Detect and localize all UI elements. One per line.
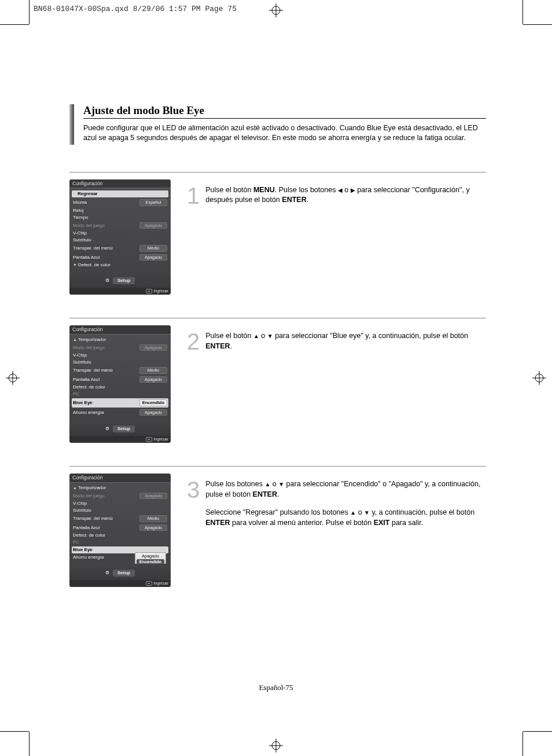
- popup-option-apagado: Apagado: [137, 553, 164, 559]
- osd-item-ahorro: Ahorro energía: [73, 555, 104, 560]
- osd-footer: ⚙ Setup: [69, 271, 171, 288]
- osd-value-modo-juego: Apagado: [139, 344, 167, 351]
- osd-item-ahorro: Ahorro energía: [73, 410, 104, 415]
- registration-mark-icon: [269, 3, 283, 17]
- osd-value-pantalla-azul: Apagado: [139, 254, 167, 261]
- crop-mark: [522, 732, 523, 756]
- osd-screenshot-3: Configuración ▲Temporizador Modo del jue…: [69, 474, 171, 587]
- crop-mark: [523, 24, 552, 25]
- enter-icon: ↵: [146, 581, 152, 586]
- osd-item-tiempo: Tiempo: [73, 215, 88, 220]
- step-text-3: Pulse los botones ▲ o ▼ para seleccionar…: [205, 479, 486, 587]
- osd-item-pantalla-azul: Pantalla Azul: [73, 526, 100, 530]
- page-footer: Español-75: [259, 683, 293, 692]
- osd-hint: ↵Ingresar: [69, 580, 171, 587]
- down-arrow-icon: ▼: [267, 332, 273, 340]
- osd-item-pantalla-azul: Pantalla Azul: [73, 255, 100, 260]
- osd-item-temporizador: ▲Temporizador: [73, 486, 106, 490]
- osd-footer: ⚙ Setup: [69, 564, 171, 580]
- osd-screenshot-1: Configuración ↵Regresar IdiomaEspañol Re…: [69, 179, 171, 295]
- osd-value-transpar: Medio: [139, 367, 167, 374]
- crop-mark: [29, 732, 30, 756]
- right-arrow-icon: ▶: [351, 186, 355, 194]
- osd-hint: ↵Ingresar: [69, 436, 171, 443]
- registration-mark-icon: [532, 371, 546, 385]
- step-text-1: Pulse el botón MENU. Pulse los botones ◀…: [205, 185, 486, 295]
- osd-item-pantalla-azul: Pantalla Azul: [73, 377, 100, 382]
- osd-value-idioma: Español: [139, 199, 167, 206]
- up-arrow-icon: ▲: [253, 332, 259, 340]
- page-content: Ajuste del modo Blue Eye Puede configura…: [69, 104, 486, 610]
- osd-item-transpar: Transpar. del menú: [73, 368, 113, 373]
- step-1: Configuración ↵Regresar IdiomaEspañol Re…: [69, 172, 486, 295]
- osd-footer: ⚙ Setup: [69, 420, 171, 436]
- osd-item-subtitulo: Subtítulo: [73, 508, 91, 513]
- crop-mark: [522, 0, 523, 24]
- osd-item-defect-color: ▼Defect. de color: [73, 263, 111, 267]
- page-title: Ajuste del modo Blue Eye: [83, 104, 486, 119]
- down-arrow-icon: ▼: [364, 509, 370, 517]
- osd-item-reloj: Reloj: [73, 208, 83, 213]
- osd-value-pantalla-azul: Apagado: [139, 524, 167, 531]
- osd-title: Configuración: [69, 179, 171, 189]
- osd-item-idioma: Idioma: [73, 200, 87, 205]
- crop-mark: [29, 0, 30, 24]
- step-number-3: 3: [187, 479, 200, 587]
- step-number-2: 2: [187, 331, 200, 443]
- enter-icon: ↵: [146, 437, 152, 442]
- up-arrow-icon: ▲: [264, 480, 270, 489]
- registration-mark-icon: [269, 739, 283, 753]
- osd-value-modo-juego: Apagado: [139, 222, 167, 229]
- gear-icon: ⚙: [105, 427, 109, 431]
- osd-footer-label: Setup: [113, 277, 135, 284]
- osd-item-modo-juego: Modo del juego: [73, 346, 105, 350]
- osd-item-defect-color: Defect. de color: [73, 533, 105, 538]
- crop-mark: [0, 24, 29, 25]
- osd-item-subtitulo: Subtítulo: [73, 238, 91, 243]
- step-number-1: 1: [187, 185, 200, 295]
- osd-item-subtitulo: Subtítulo: [73, 360, 91, 365]
- osd-item-pc: PC: [73, 540, 79, 545]
- print-header: BN68-01047X-00Spa.qxd 8/29/06 1:57 PM Pa…: [34, 5, 237, 13]
- osd-item-regresar: ↵Regresar: [73, 192, 98, 196]
- osd-hint: ↵Ingresar: [69, 288, 171, 295]
- down-arrow-icon: ▼: [278, 480, 284, 489]
- osd-item-vchip: V-Chip: [73, 353, 87, 358]
- step-2: Configuración ▲Temporizador Modo del jue…: [69, 318, 486, 443]
- chevron-up-icon: ▲: [73, 486, 77, 490]
- gear-icon: ⚙: [105, 571, 109, 575]
- osd-item-vchip: V-Chip: [73, 231, 87, 236]
- osd-value-transpar: Medio: [139, 515, 167, 522]
- return-icon: ↵: [73, 192, 76, 196]
- osd-value-pantalla-azul: Apagado: [139, 376, 167, 383]
- chevron-up-icon: ▲: [73, 337, 77, 342]
- osd-item-pc: PC: [73, 392, 79, 397]
- osd-item-temporizador: ▲Temporizador: [73, 337, 106, 342]
- osd-item-blue-eye: Blue Eye: [73, 548, 93, 552]
- intro-paragraph: Puede configurar que el LED de alimentac…: [83, 123, 486, 143]
- step-text-2: Pulse el botón ▲ o ▼ para seleccionar "B…: [205, 331, 486, 443]
- osd-item-modo-juego: Modo del juego: [73, 494, 105, 498]
- title-accent-bar: [69, 104, 74, 145]
- up-arrow-icon: ▲: [350, 509, 356, 517]
- crop-mark: [523, 731, 552, 732]
- osd-title: Configuración: [69, 325, 171, 335]
- chevron-down-icon: ▼: [73, 263, 77, 267]
- step-3: Configuración ▲Temporizador Modo del jue…: [69, 466, 486, 587]
- osd-value-transpar: Medio: [139, 245, 167, 252]
- enter-icon: ↵: [146, 289, 152, 293]
- osd-value-modo-juego: Apagado: [139, 493, 167, 500]
- osd-screenshot-2: Configuración ▲Temporizador Modo del jue…: [69, 325, 171, 443]
- osd-item-vchip: V-Chip: [73, 501, 87, 506]
- osd-footer-label: Setup: [113, 425, 135, 432]
- osd-item-transpar: Transpar. del menú: [73, 516, 113, 521]
- osd-footer-label: Setup: [113, 570, 135, 577]
- osd-item-blue-eye: Blue Eye: [73, 401, 93, 405]
- osd-title: Configuración: [69, 474, 171, 483]
- osd-value-ahorro: Apagado: [139, 409, 167, 416]
- gear-icon: ⚙: [105, 278, 109, 283]
- title-block: Ajuste del modo Blue Eye Puede configura…: [69, 104, 486, 143]
- osd-value-blue-eye: Encendido: [139, 399, 167, 406]
- osd-item-transpar: Transpar. del menú: [73, 246, 113, 251]
- osd-item-defect-color: Defect. de color: [73, 385, 105, 390]
